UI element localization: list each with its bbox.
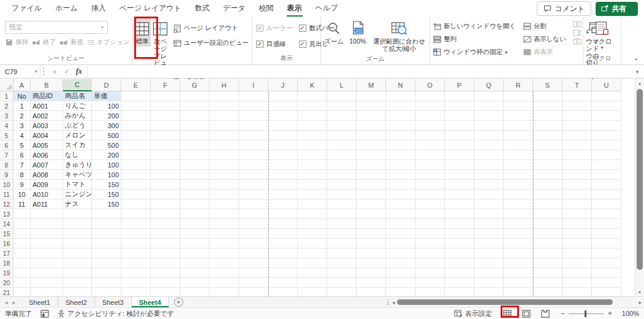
cell[interactable] [445,209,474,219]
cell[interactable] [474,101,504,111]
cell[interactable] [298,121,327,131]
cell[interactable] [504,219,533,229]
cell[interactable] [592,248,621,258]
cell[interactable] [563,101,592,111]
row-header[interactable]: 2 [0,101,13,111]
cell[interactable] [327,150,357,160]
cell[interactable] [386,209,415,219]
cell[interactable] [239,101,268,111]
cell[interactable] [210,111,239,121]
macro-record-icon[interactable] [40,310,49,318]
cell[interactable] [121,190,151,199]
column-header[interactable]: L [327,79,357,91]
row-header[interactable]: 6 [0,140,13,150]
cell[interactable] [298,199,327,209]
cell[interactable] [386,229,415,239]
cell[interactable] [210,288,239,296]
cell[interactable] [386,101,415,111]
cell[interactable] [533,268,563,278]
formula-input[interactable] [88,65,631,78]
cell[interactable] [415,268,445,278]
cell[interactable] [180,288,210,296]
cell[interactable] [533,258,563,268]
cell[interactable] [533,111,563,121]
cell[interactable] [268,150,298,160]
row-header[interactable]: 5 [0,131,13,140]
cell[interactable] [180,209,210,219]
cell[interactable] [357,199,386,209]
cell[interactable] [386,160,415,170]
cell[interactable] [298,229,327,239]
row-header[interactable]: 18 [0,258,13,268]
cell[interactable] [151,111,180,121]
sheet-tab[interactable]: Sheet3 [95,297,132,307]
cell[interactable] [180,160,210,170]
cell[interactable]: 4 [13,131,31,140]
cell[interactable] [592,170,621,180]
cell[interactable]: スイカ [63,140,92,150]
cell[interactable] [63,229,92,239]
cell[interactable]: 7 [13,160,31,170]
cell[interactable] [239,91,268,101]
cell[interactable] [474,180,504,190]
cell[interactable] [13,209,31,219]
cell[interactable] [445,229,474,239]
enter-icon[interactable]: ✓ [61,67,72,75]
row-header[interactable]: 12 [0,199,13,209]
column-header[interactable]: U [592,79,621,91]
row-header[interactable]: 13 [0,209,13,219]
cell[interactable] [327,239,357,248]
cell[interactable] [180,101,210,111]
cell[interactable] [563,170,592,180]
cell[interactable] [298,170,327,180]
cell[interactable] [239,268,268,278]
cell[interactable] [357,131,386,140]
cell[interactable] [563,160,592,170]
cell[interactable] [357,190,386,199]
cell[interactable] [504,150,533,160]
cell[interactable] [121,170,151,180]
cell[interactable] [592,160,621,170]
column-header[interactable]: A [13,79,31,91]
cell[interactable] [504,140,533,150]
cell[interactable]: 3 [13,121,31,131]
cell[interactable] [415,131,445,140]
cell[interactable] [180,150,210,160]
cell[interactable] [592,229,621,239]
cell[interactable] [92,239,121,248]
cell[interactable]: きゅうり [63,160,92,170]
cell[interactable] [474,288,504,296]
cell[interactable] [415,170,445,180]
cell[interactable] [357,121,386,131]
cell[interactable] [592,91,621,101]
cell[interactable] [180,199,210,209]
cell[interactable]: A010 [31,190,63,199]
keep-sheet-view-button[interactable]: 保持 [4,36,30,48]
grid-cells[interactable]: ABCDEFGHIJKLMNOPQRSTU1No商品ID商品名単価21A001り… [0,79,635,296]
cell[interactable] [474,111,504,121]
menu-tab[interactable]: ページ レイアウト [113,0,188,18]
cell[interactable]: A007 [31,160,63,170]
cell[interactable] [533,288,563,296]
cell[interactable]: 150 [92,180,121,190]
cell[interactable] [445,278,474,288]
zoom-slider[interactable] [569,313,604,314]
cell[interactable] [151,209,180,219]
cell[interactable] [13,278,31,288]
cell[interactable] [474,219,504,229]
cell[interactable] [357,219,386,229]
cell[interactable] [474,199,504,209]
cell[interactable] [386,170,415,180]
cell[interactable] [357,248,386,258]
cell[interactable] [327,219,357,229]
cell[interactable] [121,150,151,160]
cell[interactable] [121,248,151,258]
cell[interactable] [180,239,210,248]
column-header[interactable]: E [121,79,151,91]
cell[interactable] [121,180,151,190]
cell[interactable] [151,170,180,180]
row-header[interactable]: 20 [0,278,13,288]
cell[interactable] [533,160,563,170]
cell[interactable]: 100 [92,170,121,180]
cell[interactable] [533,150,563,160]
